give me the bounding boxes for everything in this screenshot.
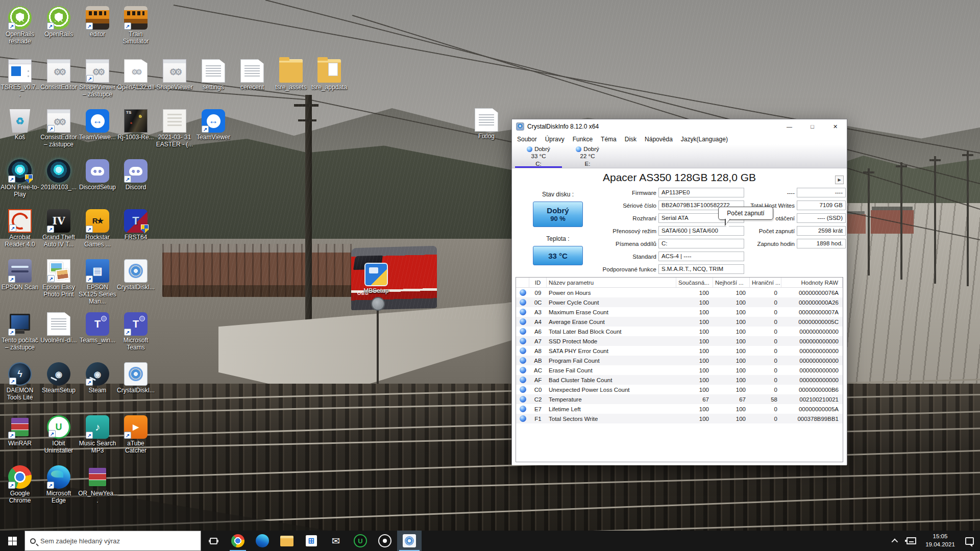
desktop-icon-mbsetup[interactable]: MBSetup bbox=[356, 263, 396, 295]
info-label-standard: Standard bbox=[632, 254, 656, 260]
taskbar-iobit-button[interactable] bbox=[348, 531, 373, 551]
taskbar-cdi-button[interactable] bbox=[397, 531, 422, 551]
music-icon: ↗ bbox=[86, 415, 109, 439]
desktop-icon-rockstar-games[interactable]: ↗Rockstar Games ... bbox=[78, 209, 117, 248]
desktop-icon-teamviewe[interactable]: TeamViewe... bbox=[78, 109, 117, 141]
desktop-icon-microsoft-teams[interactable]: ↗Microsoft Teams bbox=[116, 312, 156, 352]
desktop-icon-epson-scan[interactable]: ↗EPSON Scan bbox=[0, 259, 40, 291]
desktop-icon-tsre-assets[interactable]: tsre_assets bbox=[271, 59, 311, 91]
temperature-button[interactable]: 33 °C bbox=[533, 246, 583, 265]
menu-funkce[interactable]: Funkce bbox=[569, 136, 597, 143]
health-panel: Stav disku : Dobrý 90 % Teplota : 33 °C bbox=[512, 191, 604, 265]
desktop-icon-consisteditor-z-stupce[interactable]: ↗ConsistEditor – zástupce bbox=[39, 109, 79, 148]
desktop-icon-winrar[interactable]: ↗WinRAR bbox=[0, 415, 40, 447]
openrails-icon: ↗ bbox=[8, 6, 32, 30]
desktop-icon-20180103[interactable]: 20180103_... bbox=[39, 159, 79, 191]
taskbar-store-button[interactable] bbox=[299, 531, 324, 551]
desktop-icon-cerecent[interactable]: cerecent bbox=[232, 59, 272, 91]
smart-header-sou-asn: Současná... bbox=[676, 278, 713, 287]
taskbar-chrome-button[interactable] bbox=[226, 531, 250, 551]
desktop-icon-atube-catcher[interactable]: ↗aTube Catcher bbox=[116, 415, 156, 455]
desktop-icon-discordsetup[interactable]: DiscordSetup bbox=[78, 159, 117, 191]
desktop-icon-microsoft-edge[interactable]: ↗Microsoft Edge bbox=[39, 465, 79, 505]
drive-tab-c[interactable]: Dobrý33 °CC: bbox=[514, 144, 563, 168]
maximize-button[interactable]: □ bbox=[801, 119, 824, 134]
desktop-icon-rj-1003-re[interactable]: Rj-1003-Re... bbox=[116, 109, 156, 141]
desktop-icon-tsre-appdata[interactable]: tsre_appdata bbox=[309, 59, 349, 91]
menu-t-ma[interactable]: Téma bbox=[597, 136, 621, 143]
desktop-icon-grand-theft-auto-iv-t[interactable]: ↗Grand Theft Auto IV T... bbox=[39, 209, 79, 248]
desktop-icon-epson-sx125-series-man[interactable]: ↗EPSON SX125 Series Man... bbox=[78, 259, 117, 305]
desktop-icon-uvoln-n-d[interactable]: Uvolnění-dí... bbox=[39, 312, 79, 344]
desktop-icon-steam[interactable]: ↗Steam bbox=[78, 362, 117, 394]
smart-raw: 000000000000 bbox=[781, 377, 843, 383]
desktop-icon-shapeviewer[interactable]: ShapeViewer bbox=[155, 59, 194, 91]
loco-icon: ↗ bbox=[86, 6, 109, 30]
desktop-icon-or-newyea[interactable]: OR_NewYea... bbox=[78, 465, 117, 505]
desktop-icon-consisteditor[interactable]: ConsistEditor bbox=[39, 59, 79, 91]
desktop-icon-openrails-reshade[interactable]: ↗OpenRails reshade bbox=[0, 6, 40, 45]
taskbar-edge-button[interactable] bbox=[250, 531, 275, 551]
desktop-icon-shapeviewer-z-stupce[interactable]: ↗ShapeViewer – zástupce bbox=[78, 59, 117, 98]
info-label-s-riov-slo: Sériové číslo bbox=[623, 203, 656, 209]
menu-jazyk-language[interactable]: Jazyk(Language) bbox=[677, 136, 732, 143]
desktop-icon-openal32-dll[interactable]: OpenAL32.dll bbox=[116, 59, 156, 91]
desktop-icon-steamsetup[interactable]: SteamSetup bbox=[39, 362, 79, 394]
desktop-icon-train-simulator[interactable]: ↗Train Simulator bbox=[116, 6, 156, 45]
taskbar-mail-button[interactable] bbox=[324, 531, 348, 551]
desktop-icon-ko[interactable]: Koš bbox=[0, 109, 40, 141]
menu-pravy[interactable]: Úpravy bbox=[541, 136, 569, 143]
desktop-icon-daemon-tools-lite[interactable]: ↗DAEMON Tools Lite bbox=[0, 362, 40, 402]
blue-status-orb-icon bbox=[520, 406, 526, 412]
desktop-icon-acrobat-reader-4-0[interactable]: ↗Acrobat Reader 4.0 bbox=[0, 209, 40, 248]
desktop-icon-music-search-mp3[interactable]: ↗Music Search MP3 bbox=[78, 415, 117, 455]
action-center-button[interactable] bbox=[962, 531, 977, 551]
drive-tab-e[interactable]: Dobrý22 °CE: bbox=[563, 144, 612, 168]
desktop-icon-frst64[interactable]: FRST64 bbox=[116, 209, 156, 241]
desktop-icon-discord[interactable]: ↗Discord bbox=[116, 159, 156, 191]
desktop-icon-crystaldiski[interactable]: CrystalDiskI... bbox=[116, 362, 156, 394]
task-view-button[interactable] bbox=[201, 531, 226, 551]
show-hidden-icons-button[interactable] bbox=[886, 531, 901, 551]
smart-raw: 000000000A26 bbox=[781, 299, 843, 306]
menu-disk[interactable]: Disk bbox=[621, 136, 641, 143]
title-bar[interactable]: CrystalDiskInfo 8.12.0 x64 — □ ✕ bbox=[512, 119, 847, 134]
desktop-icon-epson-easy-photo-print[interactable]: ↗Epson Easy Photo Print bbox=[39, 259, 79, 298]
taskbar-explorer-button[interactable] bbox=[275, 531, 299, 551]
desktop-icon-crystaldiski[interactable]: CrystalDiskI... bbox=[116, 259, 156, 291]
desktop-icon-settings[interactable]: settings bbox=[193, 59, 233, 91]
taskbar-search-input[interactable]: Sem zadejte hledaný výraz bbox=[24, 531, 201, 551]
next-drive-button[interactable]: ▶ bbox=[835, 176, 844, 184]
start-button[interactable] bbox=[0, 531, 24, 551]
desktop-icon-tento-po-ta-z-stupce[interactable]: ↗Tento počítač – zástupce bbox=[0, 312, 40, 352]
desktop-icon-teamviewer[interactable]: ↗TeamViewer bbox=[193, 109, 233, 141]
taskbar-oo-button[interactable] bbox=[373, 531, 397, 551]
desktop-icon-label: TeamViewe... bbox=[78, 134, 117, 141]
desktop-icon-openrails[interactable]: ↗OpenRails bbox=[39, 6, 79, 38]
desktop-icon-teams-win[interactable]: Teams_win... bbox=[78, 312, 117, 344]
desktop-icon-aion-free-to-play[interactable]: ↗AION Free-to-Play bbox=[0, 159, 40, 198]
crystaldiskinfo-app-icon bbox=[516, 122, 524, 131]
desktop-icon-label: DiscordSetup bbox=[78, 184, 117, 191]
health-status-button[interactable]: Dobrý 90 % bbox=[533, 202, 583, 227]
taskbar-clock[interactable]: 15:05 19.04.2021 bbox=[921, 533, 960, 548]
desktop-icon-editor[interactable]: ↗editor bbox=[78, 6, 117, 38]
bin-icon bbox=[8, 109, 32, 133]
info-label-po-et-zapnut: Počet zapnutí bbox=[759, 228, 795, 234]
desktop-icon-fixlog[interactable]: Fixlog bbox=[467, 108, 506, 140]
desktop-icon-iobit-uninstaller[interactable]: ↗IObit Uninstaller bbox=[39, 415, 79, 455]
smart-threshold: 0 bbox=[750, 367, 781, 373]
close-button[interactable]: ✕ bbox=[824, 119, 847, 134]
menu-n-pov-da[interactable]: Nápověda bbox=[641, 136, 677, 143]
desktop-icon-tsre5-v0-7[interactable]: TSRE5_v0.7... bbox=[0, 59, 40, 98]
minimize-button[interactable]: — bbox=[778, 119, 801, 134]
menu-soubor[interactable]: Soubor bbox=[513, 136, 541, 143]
desktop-icon-google-chrome[interactable]: ↗Google Chrome bbox=[0, 465, 40, 505]
network-tray-button[interactable] bbox=[903, 531, 919, 551]
smart-id: AB bbox=[529, 358, 547, 364]
smart-status-cell bbox=[516, 289, 529, 296]
desktop-icon-label: cerecent bbox=[232, 84, 272, 91]
smart-raw: 000000000000 bbox=[781, 348, 843, 354]
desktop-icon-2021-03-31-easter[interactable]: 2021-03- 31 EASTER - (... bbox=[155, 109, 194, 148]
info-label-podporovan-funkce: Podporované funkce bbox=[603, 266, 657, 272]
